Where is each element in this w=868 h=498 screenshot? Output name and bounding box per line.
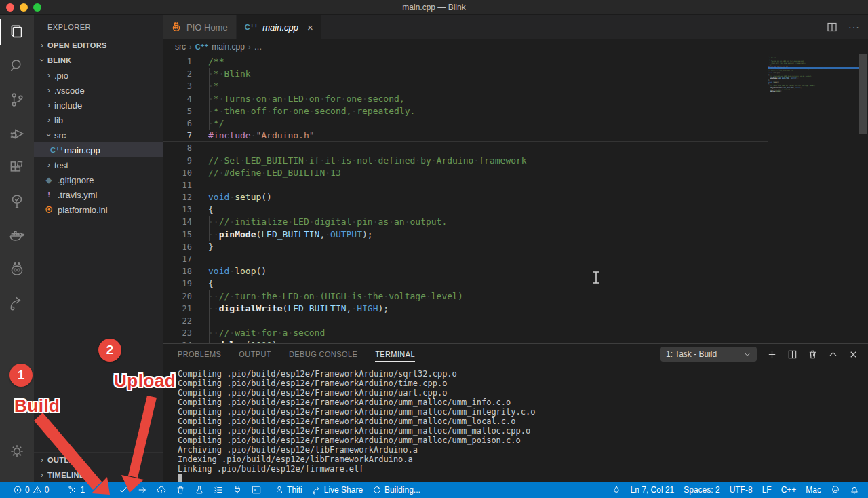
tree-item--vscode[interactable]: ›.vscode — [34, 83, 163, 98]
code-line-22[interactable]: 22 — [163, 315, 768, 327]
panel-tab-terminal[interactable]: TERMINAL — [375, 344, 415, 364]
live-share-status[interactable]: Live Share — [307, 482, 368, 498]
language-mode-status[interactable]: C++ — [776, 482, 802, 498]
panel-tab-output[interactable]: OUTPUT — [239, 344, 271, 364]
task-count: 1 — [80, 485, 85, 495]
open-editors-section[interactable]: › OPEN EDITORS — [34, 38, 163, 53]
flask-icon — [195, 485, 204, 495]
split-editor-icon[interactable] — [827, 22, 837, 33]
activity-search-icon[interactable] — [0, 49, 34, 83]
code-line-15[interactable]: 15··pinMode(LED_BUILTIN,·OUTPUT); — [163, 229, 768, 241]
workspace-root[interactable]: › BLINK — [34, 53, 163, 68]
code-line-8[interactable]: 8 — [163, 142, 768, 154]
code-line-9[interactable]: 9//·Set·LED_BUILTIN·if·it·is·not·defined… — [163, 155, 768, 167]
activity-extensions-icon[interactable] — [0, 151, 34, 185]
activity-explorer-icon[interactable] — [0, 15, 34, 49]
tree-item-src[interactable]: ›src — [34, 128, 163, 142]
code-line-20[interactable]: 20··//·turn·the·LED·on·(HIGH·is·the·volt… — [163, 290, 768, 303]
building-status[interactable]: Building... — [368, 482, 425, 498]
tree-item--pio[interactable]: ›.pio — [34, 68, 163, 83]
code-line-7[interactable]: 7#include·"Arduino.h" — [163, 130, 768, 142]
code-line-4[interactable]: 4·*·Turns·on·an·LED·on·for·one·second, — [163, 93, 768, 105]
pio-test-button[interactable] — [190, 482, 209, 498]
activity-testing-icon[interactable] — [0, 185, 34, 218]
panel-tab-debug-console[interactable]: DEBUG CONSOLE — [289, 344, 357, 364]
tab-pio-home[interactable]: PIO Home — [163, 15, 237, 39]
platformio-icon — [171, 22, 182, 33]
activity-docker-icon[interactable] — [0, 218, 34, 252]
flame-status[interactable] — [607, 482, 626, 498]
close-tab-icon[interactable]: × — [307, 22, 313, 33]
tree-item--travis-yml[interactable]: !.travis.yml — [34, 187, 163, 202]
tree-item--gitignore[interactable]: ◆.gitignore — [34, 172, 163, 187]
problems-status[interactable]: 0 0 — [8, 482, 54, 498]
more-actions-icon[interactable]: ··· — [848, 22, 860, 33]
code-line-19[interactable]: 19{ — [163, 277, 768, 290]
code-line-3[interactable]: 3·* — [163, 80, 768, 92]
eol-status[interactable]: LF — [757, 482, 776, 498]
terminal-output[interactable]: Compiling .pio/build/esp12e/FrameworkArd… — [163, 364, 868, 483]
kill-terminal-trash-icon[interactable] — [808, 349, 818, 360]
account-status[interactable]: Thiti — [270, 482, 307, 498]
settings-gear-icon[interactable] — [0, 434, 34, 468]
tree-item-main-cpp[interactable]: C⁺⁺main.cpp — [34, 142, 163, 157]
code-line-11[interactable]: 11 — [163, 179, 768, 191]
os-status[interactable]: Mac — [801, 482, 826, 498]
pio-serial-monitor-button[interactable] — [228, 482, 247, 498]
split-terminal-icon[interactable] — [787, 349, 797, 360]
activity-run-debug-icon[interactable] — [0, 117, 34, 151]
new-terminal-icon[interactable] — [767, 349, 777, 360]
project-tasks-status[interactable]: 1 — [63, 482, 90, 498]
terminal-dropdown[interactable]: 1: Task - Build — [660, 347, 757, 362]
tree-item-platformio-ini[interactable]: ⦿platformio.ini — [34, 202, 163, 217]
pio-clean-button[interactable] — [171, 482, 190, 498]
tree-item-include[interactable]: ›include — [34, 98, 163, 113]
activity-platformio-icon[interactable] — [0, 252, 34, 286]
code-line-10[interactable]: 10//·#define·LED_BUILTIN·13 — [163, 167, 768, 179]
tree-item-lib[interactable]: ›lib — [34, 113, 163, 128]
tab-main-cpp[interactable]: C⁺⁺ main.cpp × — [237, 15, 321, 39]
maximize-panel-icon[interactable] — [828, 349, 838, 360]
breadcrumb-symbol[interactable]: … — [254, 42, 262, 52]
breadcrumb[interactable]: src › C⁺⁺ main.cpp › … — [163, 39, 868, 54]
cursor-position-status[interactable]: Ln 7, Col 21 — [626, 482, 679, 498]
pio-tasks-button[interactable] — [209, 482, 228, 498]
code-line-23[interactable]: 23··//·wait·for·a·second — [163, 327, 768, 339]
terminal-line: Archiving .pio/build/esp12e/libFramework… — [178, 445, 868, 455]
pio-remote-upload-button[interactable] — [152, 482, 171, 498]
encoding-status[interactable]: UTF-8 — [725, 482, 757, 498]
breadcrumb-src[interactable]: src — [175, 42, 186, 52]
timeline-section[interactable]: › TIMELINE — [34, 467, 163, 482]
feedback-status[interactable] — [826, 482, 845, 498]
indentation-status[interactable]: Spaces: 2 — [679, 482, 724, 498]
pio-home-button[interactable] — [95, 482, 114, 498]
code-line-5[interactable]: 5·*·then·off·for·one·second,·repeatedly. — [163, 105, 768, 117]
activity-source-control-icon[interactable] — [0, 83, 34, 117]
notifications-status[interactable] — [845, 482, 864, 498]
minimap[interactable]: /** * Blink * * Turns on an LED on for o… — [768, 56, 859, 343]
chevron-down-icon — [743, 350, 751, 358]
code-line-21[interactable]: 21··digitalWrite(LED_BUILTIN,·HIGH); — [163, 303, 768, 315]
code-line-1[interactable]: 1/** — [163, 56, 768, 68]
pio-terminal-button[interactable] — [247, 482, 266, 498]
code-line-18[interactable]: 18void·loop() — [163, 265, 768, 277]
code-line-2[interactable]: 2·*·Blink — [163, 68, 768, 80]
code-line-6[interactable]: 6·*/ — [163, 117, 768, 130]
close-panel-icon[interactable] — [848, 349, 859, 360]
code-line-16[interactable]: 16} — [163, 241, 768, 253]
tree-item-test[interactable]: ›test — [34, 157, 163, 172]
pio-upload-button[interactable] — [133, 482, 152, 498]
code-line-17[interactable]: 17 — [163, 253, 768, 265]
activity-live-share-icon[interactable] — [0, 286, 34, 320]
code-editor[interactable]: 1/**2·*·Blink3·*4·*·Turns·on·an·LED·on·f… — [163, 54, 868, 343]
outline-section[interactable]: › OUTLINE — [34, 452, 163, 467]
mouse-text-cursor — [592, 271, 600, 284]
pio-build-button[interactable] — [114, 482, 133, 498]
code-line-13[interactable]: 13{ — [163, 204, 768, 216]
minimap-current-line — [768, 67, 859, 69]
code-line-14[interactable]: 14··//·initialize·LED·digital·pin·as·an·… — [163, 216, 768, 228]
panel-tab-problems[interactable]: PROBLEMS — [178, 344, 221, 364]
breadcrumb-file[interactable]: main.cpp — [212, 42, 245, 52]
code-line-12[interactable]: 12void·setup() — [163, 191, 768, 204]
editor-scrollbar[interactable] — [859, 54, 868, 343]
